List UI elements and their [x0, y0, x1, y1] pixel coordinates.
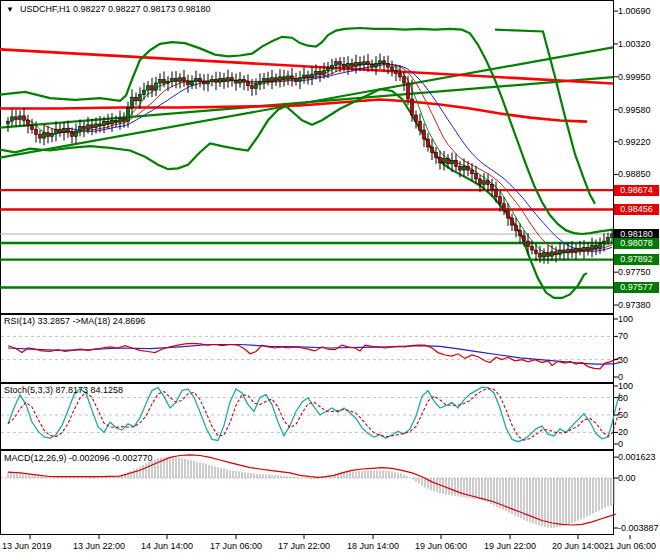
time-axis-label: 17 Jun 22:00	[272, 541, 336, 552]
stoch-scale-label: 80	[618, 393, 628, 404]
time-axis-label: 19 Jun 22:00	[478, 541, 542, 552]
rsi-scale-label: 30	[618, 355, 628, 366]
resistance-badge: 0.98456	[614, 204, 659, 215]
time-axis-label: 13 Jun 22:00	[67, 541, 131, 552]
chart-canvas[interactable]	[0, 0, 660, 560]
price-scale-label: 0.99580	[618, 105, 651, 116]
time-axis-label: 17 Jun 06:00	[204, 541, 268, 552]
price-scale-label: 0.99950	[618, 72, 651, 83]
price-scale-label: 0.99220	[618, 137, 651, 148]
price-scale-label: 1.00690	[618, 6, 651, 17]
stoch-scale-label: 20	[618, 427, 628, 438]
macd-scale-label: 0.00	[618, 473, 636, 484]
time-axis-label: 18 Jun 14:00	[341, 541, 405, 552]
macd-panel-border[interactable]	[1, 451, 614, 535]
chart-title: ▼USDCHF,H1 0.98227 0.98227 0.98173 0.981…	[6, 4, 211, 14]
macd-scale-label: -0.003887	[618, 523, 659, 534]
macd-signal-line	[8, 455, 616, 525]
macd-label: MACD(12,26,9) -0.002096 -0.002770	[4, 453, 153, 463]
macd-histogram	[8, 457, 614, 528]
support-badge: 0.97892	[614, 254, 659, 265]
support-badge: 0.97577	[614, 282, 659, 293]
price-scale-label: 0.98850	[618, 169, 651, 180]
ma-red-line	[44, 64, 612, 253]
time-axis-label: 19 Jun 06:00	[409, 541, 473, 552]
macd-scale-label: 0.001623	[618, 452, 656, 463]
rsi-scale-label: 70	[618, 331, 628, 342]
ohlc-title-text: USDCHF,H1 0.98227 0.98227 0.98173 0.9818…	[20, 4, 211, 14]
stoch-scale-label: 100	[618, 381, 633, 392]
bollinger-band2-upper	[495, 30, 595, 204]
resistance-badge: 0.98674	[614, 185, 659, 196]
stoch-scale-label: 50	[618, 410, 628, 421]
rsi-scale-label: 100	[618, 314, 633, 325]
time-axis-label: 14 Jun 14:00	[135, 541, 199, 552]
main-panel-border[interactable]	[1, 1, 614, 314]
stoch-label: Stoch(5,3,3) 87.8173 84.1258	[4, 385, 123, 395]
rsi-label: RSI(14) 33.2857 ->MA(18) 24.8696	[4, 316, 145, 326]
support-badge: 0.98078	[614, 238, 659, 249]
price-scale-label: 1.00320	[618, 39, 651, 50]
price-scale-label: 0.97750	[618, 267, 651, 278]
time-axis-label: 13 Jun 2019	[2, 541, 52, 552]
price-scale-label: 0.97380	[618, 300, 651, 311]
stoch-scale-label: 0	[618, 439, 623, 450]
trading-chart-window: 1.006901.003200.999500.995800.992200.988…	[0, 0, 660, 560]
time-axis-label: 21 Jun 06:00	[598, 541, 660, 552]
symbol-dropdown-icon[interactable]: ▼	[6, 5, 14, 14]
